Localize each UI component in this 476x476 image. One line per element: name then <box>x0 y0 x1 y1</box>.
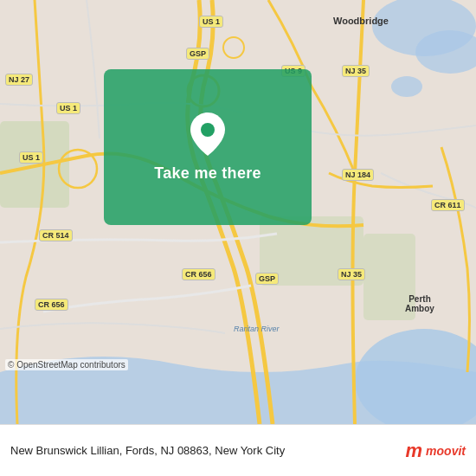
map-container: US 1 GSP US 1 US 9 NJ 27 NJ 35 NJ 184 CR… <box>0 0 476 424</box>
road-label-cr611: CR 611 <box>431 199 465 211</box>
road-label-us1-top: US 1 <box>199 16 223 28</box>
road-label-us1-mid: US 1 <box>56 102 80 114</box>
address-text: New Brunswick Lillian, Fords, NJ 08863, … <box>10 444 406 457</box>
take-me-there-overlay[interactable]: Take me there <box>104 69 312 225</box>
location-pin-icon <box>190 113 225 156</box>
road-label-nj35-bot: NJ 35 <box>338 268 365 280</box>
moovit-brand-text: moovit <box>426 444 466 458</box>
road-label-nj184: NJ 184 <box>342 169 374 181</box>
osm-attribution: © OpenStreetMap contributors <box>5 359 128 370</box>
road-label-gsp-top: GSP <box>186 48 209 60</box>
city-label-perth-amboy: PerthAmboy <box>405 294 434 313</box>
svg-point-11 <box>201 123 215 137</box>
road-label-nj27: NJ 27 <box>5 74 33 86</box>
road-label-cr656-bot: CR 656 <box>35 299 68 311</box>
road-label-cr514: CR 514 <box>39 229 73 241</box>
city-label-woodbridge: Woodbridge <box>333 16 389 26</box>
road-label-cr656-top: CR 656 <box>182 268 215 280</box>
take-me-there-button[interactable]: Take me there <box>154 164 261 183</box>
svg-point-4 <box>391 76 422 97</box>
road-label-us1-bot: US 1 <box>19 151 43 164</box>
water-label-raritan: Raritan River <box>234 325 280 333</box>
moovit-logo: m moovit <box>406 440 466 462</box>
bottom-bar: New Brunswick Lillian, Fords, NJ 08863, … <box>0 424 476 476</box>
road-label-gsp-bot: GSP <box>255 273 279 285</box>
road-label-nj35-top: NJ 35 <box>342 65 370 77</box>
moovit-m-icon: m <box>406 440 423 462</box>
